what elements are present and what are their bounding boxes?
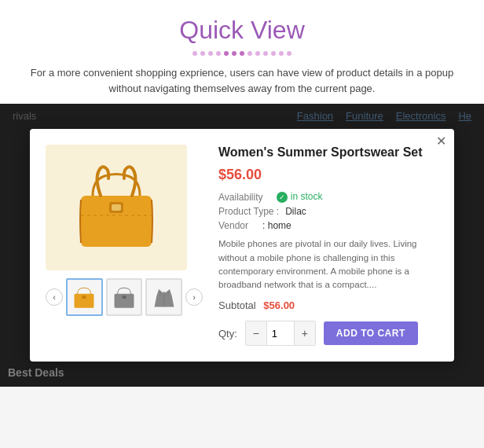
- dot-5: [232, 51, 236, 56]
- product-description: Mobile phones are pivotal in our daily l…: [218, 237, 438, 292]
- quick-view-modal: ✕: [30, 129, 454, 362]
- thumbnail-2[interactable]: [145, 278, 182, 316]
- thumbnail-next-button[interactable]: ›: [185, 288, 203, 306]
- dot-3: [216, 51, 221, 56]
- dot-6: [240, 51, 244, 56]
- svg-rect-7: [123, 296, 126, 299]
- add-to-cart-button[interactable]: ADD TO CART: [324, 321, 418, 345]
- svg-rect-2: [112, 204, 121, 211]
- dot-9: [263, 51, 268, 56]
- thumbnail-0[interactable]: [66, 278, 103, 316]
- bg-section: rivals Fashion Funiture Electronics He B…: [0, 104, 484, 387]
- qty-minus-button[interactable]: −: [246, 321, 266, 345]
- cart-row: Qty: − + ADD TO CART: [218, 321, 438, 346]
- dots-divider: [8, 51, 476, 56]
- product-price: $56.00: [218, 167, 438, 183]
- modal-body: ‹: [46, 145, 438, 347]
- close-button[interactable]: ✕: [436, 135, 446, 148]
- subtotal-price: $56.00: [263, 299, 295, 311]
- product-title: Women's Summer Sportswear Set: [218, 145, 438, 161]
- in-stock-row: ✓ in stock: [277, 191, 322, 203]
- check-icon: ✓: [277, 192, 288, 203]
- dot-1: [200, 51, 205, 56]
- thumbnail-prev-button[interactable]: ‹: [46, 288, 63, 306]
- availability-label: Availability: [218, 192, 262, 203]
- bag-svg: [65, 156, 167, 259]
- modal-left: ‹: [46, 145, 203, 347]
- modal-overlay: ✕: [0, 104, 484, 387]
- dot-10: [271, 51, 276, 56]
- dot-11: [279, 51, 284, 56]
- qty-control: − +: [245, 321, 316, 346]
- qty-label: Qty:: [218, 328, 237, 340]
- subtotal-row: Subtotal $56.00: [218, 299, 438, 311]
- product-type-row: Product Type : Dilac: [218, 206, 438, 217]
- top-section: Quick View For a more convenient shoppin…: [0, 0, 484, 104]
- availability-row: Availability ✓ in stock: [218, 191, 438, 203]
- product-type-value: Dilac: [285, 206, 306, 217]
- vendor-row: Vendor : home: [218, 220, 438, 231]
- thumbnail-1[interactable]: [106, 278, 143, 316]
- thumbnails-row: ‹: [46, 278, 203, 316]
- dot-2: [208, 51, 213, 56]
- vendor-label: Vendor: [218, 220, 248, 231]
- subtotal-label: Subtotal: [218, 299, 256, 311]
- product-type-label: Product Type :: [218, 206, 279, 217]
- main-product-image: [46, 145, 187, 270]
- availability-value: in stock: [291, 191, 323, 202]
- qty-input[interactable]: [266, 321, 295, 345]
- subtitle: For a more convenient shopping exprience…: [22, 65, 462, 96]
- vendor-value: : home: [262, 220, 292, 231]
- dot-0: [192, 51, 197, 56]
- svg-rect-5: [82, 296, 86, 299]
- dot-8: [255, 51, 260, 56]
- dot-7: [248, 51, 252, 56]
- page-title: Quick View: [8, 16, 476, 45]
- modal-right: Women's Summer Sportswear Set $56.00 Ava…: [218, 145, 438, 347]
- dot-4: [224, 51, 229, 56]
- dot-12: [287, 51, 292, 56]
- qty-plus-button[interactable]: +: [295, 321, 315, 345]
